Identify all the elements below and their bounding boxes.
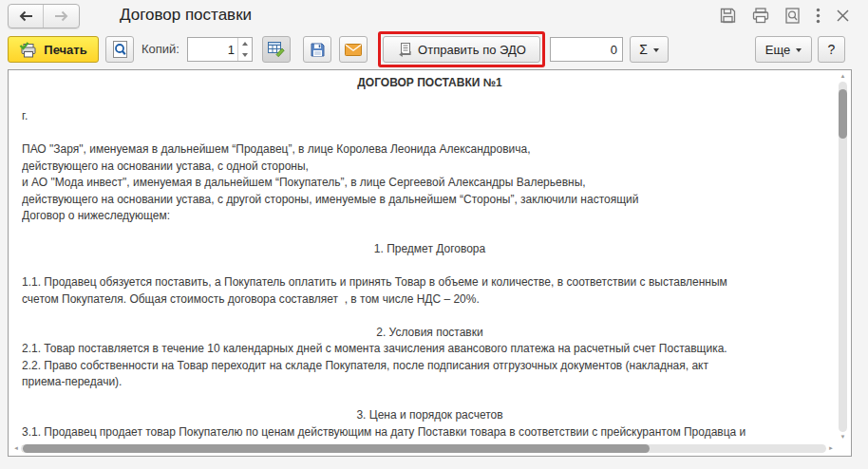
document-line [22,125,838,142]
close-icon[interactable] [837,9,849,22]
printer-check-icon [19,42,38,58]
copies-increment-button[interactable] [238,38,252,49]
copies-label: Копий: [142,36,179,63]
document-line: 1.1. Продавец обязуется поставить, а Пок… [22,274,838,291]
document-line: счетом Покупателя. Общая стоимость догов… [22,291,838,309]
document-line [22,225,838,242]
titlebar: Договор поставки [0,0,868,31]
scroll-down-icon[interactable]: ▼ [837,433,849,441]
copies-spinner [187,37,253,62]
document-line: г. [22,108,838,125]
annotation-highlight-box: Отправить по ЭДО [378,31,545,67]
chevron-down-icon [653,48,659,52]
copies-decrement-button[interactable] [238,49,252,61]
scroll-left-icon[interactable]: ◄ [11,443,21,454]
horizontal-scrollbar-thumb[interactable] [23,444,650,453]
envelope-icon [345,44,362,56]
window-controls [720,8,849,24]
nav-history-group [8,4,80,28]
document-line: 1. Предмет Договора [22,241,838,258]
copies-spin-buttons [237,38,252,61]
spin-down-icon [242,53,248,57]
print-button-label: Печать [44,43,86,57]
more-button-label: Еще [765,43,790,57]
print-icon[interactable] [752,8,769,24]
window-title: Договор поставки [120,6,252,25]
help-button[interactable]: ? [818,36,845,63]
document-line: 3. Цена и порядок расчетов [22,407,838,424]
edo-document-icon [397,43,412,57]
more-button[interactable]: Еще [755,36,812,63]
vertical-scrollbar[interactable]: ▲ ▼ [837,72,849,441]
document-line [22,92,838,109]
scroll-up-icon[interactable]: ▲ [837,72,849,81]
forward-arrow-icon [54,9,69,23]
table-settings-button[interactable] [262,36,291,63]
forward-button[interactable] [44,5,79,28]
sum-button[interactable]: Σ [630,36,669,63]
document-line: 2.2. Право собственности на Товар перехо… [22,358,838,375]
preview-button[interactable] [105,36,134,63]
back-arrow-icon [18,9,33,23]
document-line: ДОГОВОР ПОСТАВКИ №1 [22,75,838,92]
table-edit-icon [268,42,285,57]
save-icon[interactable] [720,8,736,24]
document-viewer: ДОГОВОР ПОСТАВКИ №1 г. ПАО "Заря", имену… [8,69,852,457]
document-line: 2. Условия поставки [22,325,838,342]
document-line: 2.1. Товар поставляется в течение 10 кал… [22,341,838,358]
send-edo-button[interactable]: Отправить по ЭДО [383,36,540,63]
scroll-right-icon[interactable]: ► [826,443,836,454]
sigma-label: Σ [639,42,648,57]
send-edo-button-label: Отправить по ЭДО [418,43,526,57]
document-line: ПАО "Заря", именуемая в дальнейшем “Прод… [22,141,838,159]
document-content: ДОГОВОР ПОСТАВКИ №1 г. ПАО "Заря", имену… [22,70,838,456]
document-line: и АО "Мода инвест", именуемая в дальнейш… [22,175,838,192]
document-line [22,391,838,408]
sum-field[interactable] [550,37,623,62]
back-button[interactable] [9,5,44,28]
preview-doc-icon [113,41,127,58]
horizontal-scrollbar[interactable]: ◄ ► [11,443,836,454]
document-line [22,258,838,275]
copies-input[interactable] [188,38,237,61]
spin-up-icon [242,42,248,46]
chevron-down-icon [796,48,802,52]
floppy-icon [311,43,325,57]
preview-icon[interactable] [785,8,800,24]
document-line: приема-передачи). [22,374,838,391]
document-line [22,308,838,325]
kebab-menu-icon[interactable] [816,8,821,24]
vertical-scrollbar-thumb[interactable] [839,89,847,139]
document-line: Договор о нижеследующем: [22,208,838,225]
document-line: действующего на основании устава, с друг… [22,192,838,209]
email-button[interactable] [339,36,368,63]
document-line: 3.1. Продавец продает товар Покупателю п… [22,424,838,441]
save-button[interactable] [303,36,331,63]
toolbar: Печать Копий: [0,35,868,67]
print-button[interactable]: Печать [8,36,99,63]
document-line: действующего на основании устава, с одно… [22,159,838,176]
